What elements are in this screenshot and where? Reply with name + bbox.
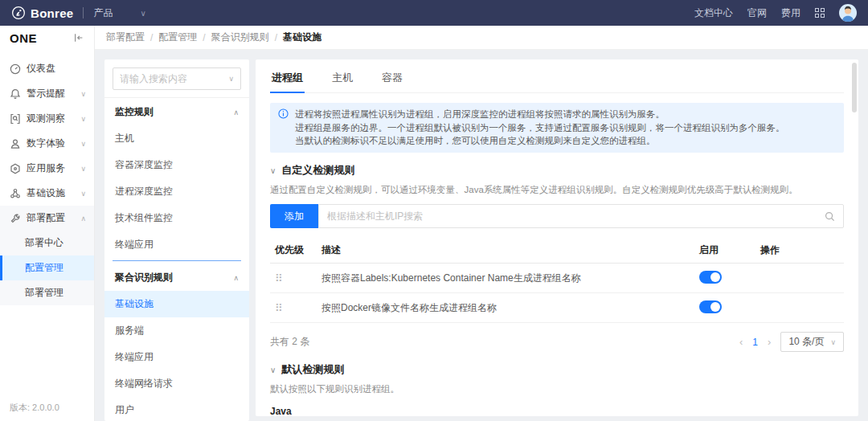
secondary-sidebar: 请输入搜索内容 ∨ 监控规则 ∧ 主机 容器深度监控 进程深度监控 技术组件监控… bbox=[104, 59, 249, 421]
link-official-site[interactable]: 官网 bbox=[747, 6, 767, 20]
nav2-item-server-side[interactable]: 服务端 bbox=[104, 317, 249, 344]
chevron-down-icon: ∨ bbox=[80, 115, 86, 123]
enable-toggle[interactable] bbox=[699, 300, 722, 313]
col-enabled: 启用 bbox=[699, 243, 760, 257]
rule-search-input[interactable] bbox=[327, 210, 825, 222]
sidebar-item-label: 应用服务 bbox=[27, 161, 65, 175]
sidebar-item-label: 部署配置 bbox=[27, 211, 65, 225]
col-actions: 操作 bbox=[760, 243, 844, 257]
enable-toggle[interactable] bbox=[699, 271, 722, 284]
nav2-group-monitor-rules[interactable]: 监控规则 ∧ bbox=[104, 98, 249, 125]
sidebar-item-alerts[interactable]: 警示提醒 ∨ bbox=[0, 81, 94, 106]
scrollbar[interactable] bbox=[852, 61, 857, 415]
total-count: 共有 2 条 bbox=[270, 335, 309, 349]
nav2-group-label: 监控规则 bbox=[115, 105, 154, 119]
nav2-group-label: 聚合识别规则 bbox=[115, 271, 173, 284]
tab-process-group[interactable]: 进程组 bbox=[270, 64, 305, 93]
nav2-item-user[interactable]: 用户 bbox=[104, 397, 249, 421]
tab-container[interactable]: 容器 bbox=[380, 64, 404, 93]
breadcrumb-separator: / bbox=[203, 32, 205, 43]
bonree-logo[interactable]: Bonree bbox=[11, 6, 73, 20]
rule-description: 按照Docker镜像文件名称生成进程组名称 bbox=[321, 301, 699, 315]
link-billing[interactable]: 费用 bbox=[781, 6, 800, 20]
brand-text: Bonree bbox=[31, 6, 73, 20]
nav2-item-tech-component-monitor[interactable]: 技术组件监控 bbox=[104, 205, 249, 231]
info-icon bbox=[278, 108, 289, 119]
drag-handle-icon[interactable]: ⠿ bbox=[275, 302, 282, 314]
sidebar-item-deploy-center[interactable]: 部署中心 bbox=[0, 231, 94, 255]
drag-handle-icon[interactable]: ⠿ bbox=[275, 272, 282, 284]
breadcrumb-item[interactable]: 配置管理 bbox=[158, 31, 197, 44]
breadcrumb: 部署配置 / 配置管理 / 聚合识别规则 / 基础设施 bbox=[95, 26, 868, 50]
sidebar-menu: 仪表盘 警示提醒 ∨ 观测洞察 ∨ 数字体验 ∨ 应用服务 ∨ bbox=[0, 50, 94, 305]
wrench-icon bbox=[10, 213, 21, 224]
search-icon[interactable] bbox=[825, 211, 835, 222]
sidebar-group-deploy-config: 部署配置 ∧ 部署中心 配置管理 部署管理 bbox=[0, 206, 94, 305]
chevron-down-icon: ∨ bbox=[80, 140, 86, 148]
sidebar-item-config-management[interactable]: 配置管理 bbox=[0, 255, 94, 280]
sidebar-item-deploy-management[interactable]: 部署管理 bbox=[0, 280, 94, 305]
chevron-down-icon[interactable]: ∨ bbox=[140, 9, 145, 18]
section-custom-rules[interactable]: ∨ 自定义检测规则 bbox=[270, 163, 844, 178]
table-row: ⠿ 按照Docker镜像文件名称生成进程组名称 bbox=[270, 293, 844, 323]
topbar: Bonree 产品 ∨ 文档中心 官网 费用 bbox=[0, 0, 868, 26]
link-doc-center[interactable]: 文档中心 bbox=[694, 6, 733, 20]
sidebar-item-label: 仪表盘 bbox=[27, 62, 55, 76]
nav2-item-terminal-app[interactable]: 终端应用 bbox=[104, 231, 249, 258]
chevron-up-icon: ∧ bbox=[80, 215, 86, 223]
next-page-icon[interactable]: › bbox=[768, 336, 771, 348]
nav2-item-host[interactable]: 主机 bbox=[104, 125, 249, 152]
pagination-row: 共有 2 条 ‹ 1 › 10 条/页 ∨ bbox=[270, 332, 844, 352]
user-avatar[interactable] bbox=[839, 4, 857, 22]
prev-page-icon[interactable]: ‹ bbox=[739, 336, 743, 348]
chevron-up-icon: ∧ bbox=[233, 108, 239, 116]
breadcrumb-item[interactable]: 部署配置 bbox=[106, 31, 145, 44]
user-icon bbox=[10, 138, 21, 149]
breadcrumb-item-current: 基础设施 bbox=[283, 31, 321, 44]
nav2-item-infrastructure[interactable]: 基础设施 bbox=[104, 291, 249, 317]
tab-host[interactable]: 主机 bbox=[330, 64, 354, 93]
scrollbar-thumb[interactable] bbox=[852, 63, 857, 112]
swan-logo-icon bbox=[11, 6, 26, 20]
observe-icon bbox=[10, 113, 21, 125]
info-line: 进程将按照进程属性识别为进程组，启用深度监控的进程组将按照请求的属性识别为服务。 bbox=[295, 108, 785, 121]
nav2-group-aggregation-rules[interactable]: 聚合识别规则 ∧ bbox=[104, 264, 249, 291]
breadcrumb-item[interactable]: 聚合识别规则 bbox=[211, 31, 269, 44]
sidebar-item-label: 数字体验 bbox=[27, 137, 65, 150]
apps-grid-icon[interactable] bbox=[815, 8, 825, 18]
nav2-item-terminal-app2[interactable]: 终端应用 bbox=[104, 344, 249, 370]
page-size-select[interactable]: 10 条/页 ∨ bbox=[780, 332, 844, 352]
table-header: 优先级 描述 启用 操作 bbox=[270, 238, 844, 264]
nav2-item-container-deep-monitor[interactable]: 容器深度监控 bbox=[104, 152, 249, 178]
rule-description: 按照容器Labels:Kubernetes Container Name生成进程… bbox=[321, 272, 699, 285]
bell-icon bbox=[10, 88, 21, 100]
cluster-icon bbox=[10, 188, 21, 199]
sidebar-item-app-services[interactable]: 应用服务 ∨ bbox=[0, 156, 94, 181]
section-description: 通过配置自定义检测规则，可以通过环境变量、Java系统属性等定义进程组识别规则。… bbox=[270, 184, 844, 196]
sidebar-item-label: 警示提醒 bbox=[27, 87, 65, 100]
chevron-down-icon: ∨ bbox=[228, 75, 234, 83]
sidebar-item-label: 基础设施 bbox=[27, 186, 65, 200]
nav2-item-terminal-network-request[interactable]: 终端网络请求 bbox=[104, 370, 249, 397]
sidebar-item-digital-experience[interactable]: 数字体验 ∨ bbox=[0, 131, 94, 156]
chevron-down-icon: ∨ bbox=[270, 166, 276, 175]
section-title: 自定义检测规则 bbox=[281, 163, 354, 178]
section-default-rules[interactable]: ∨ 默认检测规则 bbox=[270, 362, 844, 377]
info-banner: 进程将按照进程属性识别为进程组，启用深度监控的进程组将按照请求的属性识别为服务。… bbox=[270, 103, 844, 153]
search-placeholder: 请输入搜索内容 bbox=[120, 72, 187, 86]
sidebar-item-dashboard[interactable]: 仪表盘 bbox=[0, 56, 94, 81]
collapse-sidebar-icon[interactable] bbox=[73, 32, 84, 43]
add-button[interactable]: 添加 bbox=[270, 204, 318, 228]
sidebar-item-observe-insight[interactable]: 观测洞察 ∨ bbox=[0, 106, 94, 131]
nav2-item-process-deep-monitor[interactable]: 进程深度监控 bbox=[104, 178, 249, 205]
tab-bar: 进程组 主机 容器 bbox=[270, 64, 844, 93]
version-label: 版本: 2.0.0.0 bbox=[10, 402, 59, 414]
sidebar-item-infrastructure[interactable]: 基础设施 ∨ bbox=[0, 181, 94, 206]
gauge-icon bbox=[10, 63, 21, 75]
sidebar-item-deploy-config[interactable]: 部署配置 ∧ bbox=[0, 206, 94, 231]
product-menu[interactable]: 产品 bbox=[93, 6, 113, 20]
rule-search-select[interactable]: 请输入搜索内容 ∨ bbox=[113, 67, 241, 90]
page-number[interactable]: 1 bbox=[752, 337, 758, 348]
sidebar-child-label: 配置管理 bbox=[25, 261, 63, 275]
info-line: 当默认的检测标识不足以满足使用时，您可以使用自定义检测规则来自定义您的进程组。 bbox=[295, 134, 785, 148]
